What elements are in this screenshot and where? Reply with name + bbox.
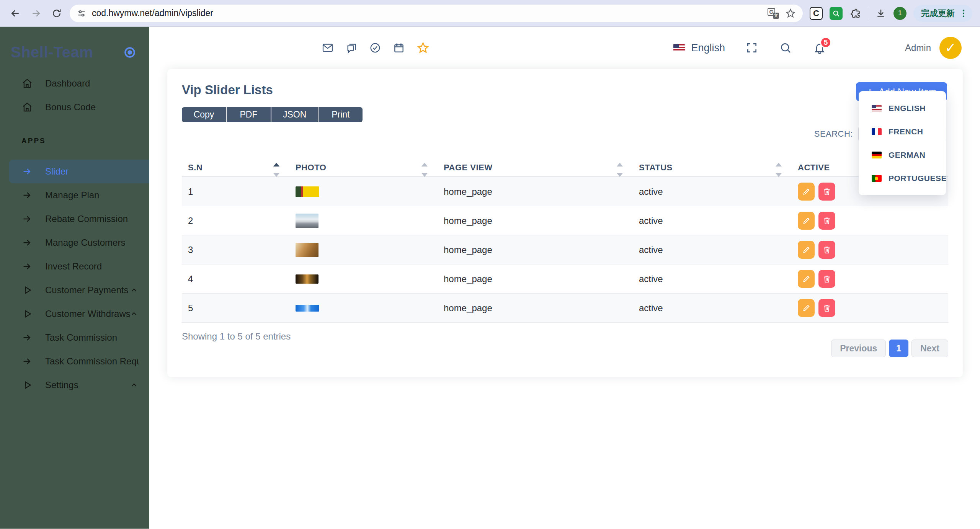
language-option-label: ENGLISH: [889, 104, 926, 113]
json-export-button[interactable]: JSON: [271, 107, 318, 122]
pencil-icon: [802, 274, 811, 284]
chat-icon[interactable]: [345, 42, 358, 54]
slider-photo-thumbnail: [296, 274, 318, 284]
column-header-status[interactable]: STATUS: [633, 163, 792, 173]
slider-photo-thumbnail: [296, 305, 319, 312]
sidebar-item-label: Dashboard: [45, 78, 90, 89]
search-icon[interactable]: [779, 42, 792, 54]
triangle-icon: [21, 379, 33, 391]
site-settings-icon[interactable]: [77, 8, 87, 18]
browser-menu-kebab-icon[interactable]: [959, 8, 969, 18]
slider-photo-thumbnail: [296, 186, 319, 197]
language-option-french[interactable]: FRENCH: [859, 120, 946, 143]
edit-button[interactable]: [798, 183, 815, 201]
sidebar-item-task-commission[interactable]: Task Commission: [0, 326, 149, 349]
table-row: 3home_pageactive: [182, 235, 948, 264]
sidebar-item-label: Task Commission Request: [45, 356, 139, 367]
sidebar-item-task-commission-request[interactable]: Task Commission Request: [0, 349, 149, 373]
cell-actions: [792, 212, 948, 230]
language-option-portuguese[interactable]: PORTUGUESE: [859, 167, 946, 190]
sidebar-menu-top: DashboardBonus Code: [0, 72, 149, 119]
sidebar-item-customer-payments[interactable]: Customer Payments: [0, 278, 149, 302]
bookmark-star-icon[interactable]: [785, 8, 796, 19]
home-icon: [21, 101, 33, 113]
pencil-icon: [802, 216, 811, 225]
previous-page-button[interactable]: Previous: [831, 340, 886, 357]
next-page-button[interactable]: Next: [911, 340, 948, 357]
sidebar-item-slider[interactable]: Slider: [9, 160, 149, 183]
sidebar-toggle-icon[interactable]: [122, 45, 137, 60]
cell-page-view: home_page: [438, 216, 633, 226]
cell-status: active: [633, 216, 792, 226]
trash-icon: [822, 187, 831, 196]
edit-button[interactable]: [798, 270, 815, 288]
browser-forward-icon[interactable]: [28, 6, 44, 21]
pencil-icon: [802, 304, 811, 313]
slider-photo-thumbnail: [296, 243, 318, 257]
cell-page-view: home_page: [438, 303, 633, 313]
sidebar-item-manage-customers[interactable]: Manage Customers: [0, 231, 149, 255]
triangle-icon: [21, 284, 33, 296]
sidebar-item-settings[interactable]: Settings: [0, 373, 149, 397]
column-header-pageview[interactable]: PAGE VIEW: [438, 163, 633, 173]
fullscreen-icon[interactable]: [746, 42, 758, 54]
delete-button[interactable]: [818, 270, 835, 288]
calendar-icon[interactable]: [393, 42, 405, 54]
edit-button[interactable]: [798, 299, 815, 317]
cell-sn: 1: [182, 186, 289, 197]
cell-page-view: home_page: [438, 245, 633, 255]
language-option-german[interactable]: GERMAN: [859, 143, 946, 167]
browser-update-chip[interactable]: 完成更新: [913, 5, 972, 22]
sidebar-item-manage-plan[interactable]: Manage Plan: [0, 183, 149, 207]
extension-c-icon[interactable]: C: [810, 7, 823, 20]
edit-button[interactable]: [798, 241, 815, 259]
us-flag-icon: [872, 105, 882, 112]
trash-icon: [822, 304, 831, 313]
sidebar-item-label: Task Commission: [45, 332, 117, 343]
delete-button[interactable]: [818, 241, 835, 259]
browser-refresh-icon[interactable]: [49, 6, 64, 21]
url-text[interactable]: cod.hwymw.net/admin/vipslider: [92, 8, 765, 18]
favorite-star-icon[interactable]: [416, 41, 430, 54]
arrow-icon: [21, 332, 33, 343]
user-avatar[interactable]: ✓: [939, 37, 962, 59]
mail-icon[interactable]: [322, 42, 334, 54]
print-export-button[interactable]: Print: [318, 107, 363, 122]
extensions-puzzle-icon[interactable]: [849, 8, 861, 19]
browser-profile-avatar[interactable]: 1: [893, 7, 906, 20]
cell-photo: [289, 214, 438, 228]
check-circle-icon[interactable]: [369, 42, 381, 54]
extension-search-icon[interactable]: [830, 7, 843, 20]
address-bar[interactable]: cod.hwymw.net/admin/vipslider G文: [70, 5, 803, 22]
language-option-english[interactable]: ENGLISH: [859, 96, 946, 120]
cell-status: active: [633, 245, 792, 255]
pdf-export-button[interactable]: PDF: [227, 107, 271, 122]
copy-export-button[interactable]: Copy: [182, 107, 226, 122]
de-flag-icon: [872, 152, 882, 158]
downloads-icon[interactable]: [875, 8, 887, 19]
language-selector[interactable]: English: [673, 42, 725, 54]
column-header-photo[interactable]: PHOTO: [289, 163, 438, 173]
column-header-sn[interactable]: S.N: [182, 163, 289, 173]
sidebar-item-customer-withdraws[interactable]: Customer Withdraws: [0, 302, 149, 326]
table-row: 5home_pageactive: [182, 294, 948, 323]
delete-button[interactable]: [818, 299, 835, 317]
delete-button[interactable]: [818, 212, 835, 230]
delete-button[interactable]: [818, 183, 835, 201]
translate-icon[interactable]: G文: [768, 8, 779, 19]
sidebar-item-label: Slider: [45, 166, 69, 177]
notifications-bell-icon[interactable]: 5: [813, 41, 826, 54]
page-1-button[interactable]: 1: [889, 340, 908, 357]
pencil-icon: [802, 187, 811, 196]
browser-back-icon[interactable]: [8, 6, 23, 21]
cell-actions: [792, 241, 948, 259]
edit-button[interactable]: [798, 212, 815, 230]
sidebar-item-invest-record[interactable]: Invest Record: [0, 255, 149, 278]
topbar: English 5 Admin ✓: [149, 27, 980, 69]
cell-page-view: home_page: [438, 274, 633, 284]
sidebar-item-rebate-commission[interactable]: Rebate Commission: [0, 207, 149, 231]
extensions-area: C 1 完成更新: [810, 5, 972, 22]
sidebar-item-bonus-code[interactable]: Bonus Code: [0, 95, 149, 119]
sidebar-item-label: Manage Plan: [45, 190, 99, 201]
sidebar-item-dashboard[interactable]: Dashboard: [0, 72, 149, 95]
